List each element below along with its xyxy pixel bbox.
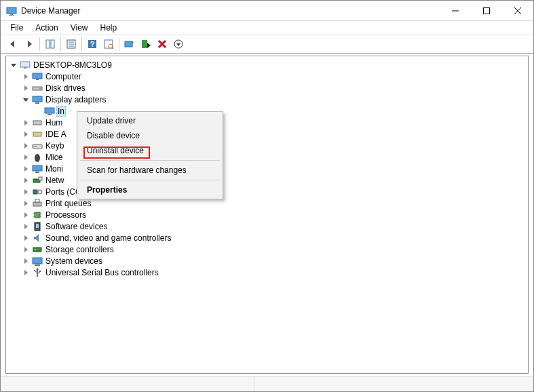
help-button[interactable]: ? [84,36,100,52]
menubar: File Action View Help [1,21,533,35]
tree-node-processors[interactable]: Processors [6,209,528,220]
svg-point-56 [35,249,36,250]
svg-rect-26 [36,79,39,80]
expander-icon[interactable] [21,222,31,231]
svg-rect-57 [33,258,42,264]
expander-icon[interactable] [21,153,31,162]
mouse-icon [32,152,43,163]
node-label: Universal Serial Bus controllers [44,268,160,277]
svg-point-28 [39,87,41,89]
menu-file[interactable]: File [5,22,28,34]
forward-button[interactable] [21,36,37,52]
scan-hardware-button[interactable] [100,36,117,52]
expander-icon[interactable] [21,130,31,139]
titlebar: Device Manager [1,1,533,21]
svg-line-17 [112,47,113,49]
computer-icon [20,60,31,71]
update-driver-button[interactable] [121,36,138,52]
svg-point-62 [34,270,35,271]
back-button[interactable] [5,36,21,52]
node-label: Computer [44,72,83,81]
toolbar-separator [39,37,40,51]
expander-icon[interactable] [21,187,31,197]
display-icon [32,94,43,105]
tree-node-sound[interactable]: Sound, video and game controllers [6,232,528,243]
svg-point-60 [37,268,39,270]
svg-rect-8 [51,40,54,48]
svg-point-39 [35,154,40,162]
expander-icon[interactable] [21,256,31,266]
cm-separator [80,160,220,161]
svg-rect-30 [35,102,39,104]
tree-node-system-devices[interactable]: System devices [6,255,528,267]
system-icon [32,256,43,267]
menu-help[interactable]: Help [95,22,123,34]
svg-rect-19 [142,40,147,48]
cm-update-driver[interactable]: Update driver [79,113,221,128]
device-tree[interactable]: DESKTOP-8MC3LO9 Computer Disk drives Dis… [5,56,529,374]
node-label: Software devices [44,222,109,231]
ide-icon [32,129,43,140]
expander-icon[interactable] [21,72,31,81]
software-icon [32,221,43,232]
expander-icon[interactable] [21,233,31,243]
svg-rect-44 [33,190,37,194]
status-cell [1,377,254,391]
svg-rect-0 [7,7,16,14]
cm-uninstall-device[interactable]: Uninstall device [79,143,221,158]
expander-icon[interactable] [21,245,31,254]
svg-rect-29 [33,96,42,102]
close-button[interactable] [502,1,533,20]
show-hide-console-button[interactable] [42,36,58,52]
minimize-button[interactable] [440,1,471,20]
expander-icon[interactable] [21,164,31,174]
expander-icon[interactable] [21,141,31,151]
svg-rect-4 [484,7,490,14]
uninstall-device-button[interactable] [154,36,170,52]
svg-rect-33 [33,121,41,125]
svg-rect-55 [33,248,41,252]
node-label: Netw [44,176,65,185]
status-cell [254,377,533,391]
window-controls [440,1,533,20]
svg-rect-40 [33,165,42,171]
action-dropdown-button[interactable] [170,36,187,52]
menu-view[interactable]: View [65,22,94,34]
node-label: Keyb [44,141,65,151]
maximize-button[interactable] [471,1,502,20]
tree-root[interactable]: DESKTOP-8MC3LO9 [6,59,528,71]
svg-rect-7 [46,40,50,48]
cm-scan-hardware[interactable]: Scan for hardware changes [79,163,221,178]
expander-icon[interactable] [21,95,31,104]
cm-properties[interactable]: Properties [79,182,221,197]
svg-point-45 [38,190,42,194]
port-icon [32,187,43,197]
svg-rect-48 [35,212,40,218]
menu-action[interactable]: Action [30,22,63,34]
expander-icon[interactable] [21,210,31,220]
tree-node-usb[interactable]: Universal Serial Bus controllers [6,267,528,278]
tree-node-display-adapters[interactable]: Display adapters [6,94,528,105]
disable-device-button[interactable] [138,36,154,52]
expander-icon[interactable] [21,176,31,185]
expander-icon[interactable] [21,118,31,128]
context-menu: Update driver Disable device Uninstall d… [77,111,223,199]
node-label: Disk drives [44,83,87,93]
tree-node-computer[interactable]: Computer [6,71,528,82]
hid-icon [32,117,43,128]
printer-icon [32,198,43,209]
network-icon [32,175,43,186]
tree-node-storage-controllers[interactable]: Storage controllers [6,243,528,255]
svg-rect-18 [125,41,132,47]
svg-rect-31 [45,108,54,113]
expander-icon[interactable] [9,60,18,70]
node-label: IDE A [44,130,68,139]
tree-node-disk-drives[interactable]: Disk drives [6,82,528,94]
cm-disable-device[interactable]: Disable device [79,128,221,143]
node-label: Display adapters [44,95,107,104]
expander-icon[interactable] [21,199,31,208]
properties-button[interactable] [63,36,79,52]
tree-node-software-devices[interactable]: Software devices [6,220,528,232]
expander-icon[interactable] [21,268,31,277]
expander-icon[interactable] [21,83,31,93]
